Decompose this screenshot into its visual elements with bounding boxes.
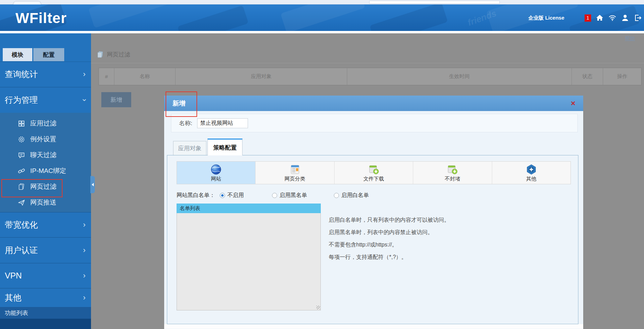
policy-tab-no-block[interactable]: 不封堵: [413, 162, 492, 184]
grid-icon: [18, 120, 25, 127]
radio-disabled[interactable]: 不启用: [220, 192, 244, 199]
other-plus-icon: [526, 164, 537, 175]
page-title-icon: [97, 51, 103, 58]
add-dialog: 新增 ✕ 名称: 应用对象 策略配置 网站: [164, 96, 583, 329]
blacklist-mode-label: 网站黑白名单：: [177, 192, 215, 199]
resize-grip[interactable]: [316, 306, 320, 309]
sidebar-item-web-push[interactable]: 网页推送: [0, 195, 91, 210]
browser-urlbar-shape: [369, 1, 500, 4]
sidebar-item-behavior-mgmt[interactable]: 行为管理 ›: [0, 87, 91, 113]
policy-panel: 网站 网页分类: [167, 155, 578, 324]
sidebar-collapse-handle[interactable]: [90, 176, 95, 193]
col-name: 名称: [114, 68, 176, 85]
no-block-icon: [447, 164, 458, 175]
app-canvas: friends WFilter 企业版 License 1 模块 配置 查询统计…: [0, 0, 644, 329]
col-index: #: [99, 68, 114, 85]
chevron-right-icon: ›: [83, 293, 86, 302]
radio-enable-blacklist[interactable]: 启用黑名单: [272, 192, 307, 199]
keyboard-art: [88, 4, 180, 28]
sidebar-item-user-auth[interactable]: 用户认证 ›: [0, 237, 91, 263]
help-tips: 启用白名单时，只有列表中的内容才可以被访问。 启用黑名单时，列表中的内容禁止被访…: [329, 214, 450, 263]
sidebar-item-query-stats[interactable]: 查询统计 ›: [0, 62, 91, 87]
home-icon[interactable]: [596, 14, 604, 22]
chevron-right-icon: ›: [83, 246, 86, 255]
policy-tab-website[interactable]: 网站: [177, 162, 256, 184]
tab-config[interactable]: 配置: [33, 48, 64, 61]
dialog-title: 新增: [172, 99, 185, 108]
tab-module[interactable]: 模块: [3, 48, 32, 61]
help-link[interactable]: 帮助: [625, 35, 635, 42]
name-input[interactable]: [197, 118, 248, 128]
user-icon[interactable]: [621, 14, 629, 22]
page-title: 网页过滤: [107, 51, 130, 58]
radio-circle[interactable]: [220, 193, 225, 198]
app-header: friends WFilter 企业版 License 1: [0, 4, 644, 31]
sidebar-item-exception-settings[interactable]: 例外设置: [0, 131, 91, 147]
dialog-footer: [164, 324, 583, 329]
policy-tab-web-category[interactable]: 网页分类: [256, 162, 334, 184]
sidebar-item-vpn[interactable]: VPN ›: [0, 263, 91, 288]
radio-circle[interactable]: [272, 193, 277, 198]
name-field-row: 名称:: [171, 114, 578, 132]
link-icon: [18, 167, 25, 175]
list-header: 名单列表: [177, 204, 321, 213]
notification-badge[interactable]: 1: [585, 14, 591, 22]
dialog-tabs: 应用对象 策略配置: [173, 139, 583, 155]
send-icon: [18, 199, 25, 206]
globe-icon: [210, 164, 222, 175]
file-download-icon: [368, 164, 380, 175]
sidebar-item-web-filter[interactable]: 网页过滤: [0, 179, 91, 195]
header-separator: [0, 31, 644, 33]
policy-tab-other[interactable]: 其他: [492, 162, 570, 184]
sidebar-item-app-filter[interactable]: 应用过滤: [0, 116, 91, 131]
divider: [91, 63, 644, 63]
license-label: 企业版 License: [528, 15, 564, 21]
logout-icon[interactable]: [634, 14, 642, 22]
records-table-header: # 名称 应用对象 生效时间 状态 操作: [99, 68, 642, 85]
close-icon[interactable]: ✕: [570, 100, 576, 107]
chevron-right-icon: ›: [83, 271, 86, 280]
webpage-category-icon: [289, 164, 301, 175]
wifi-icon[interactable]: [608, 14, 617, 22]
list-box: 名单列表: [177, 204, 321, 310]
tip-line: 启用黑名单时，列表中的内容禁止被访问。: [329, 226, 450, 239]
sidebar-item-others[interactable]: 其他 ›: [0, 288, 91, 307]
collapse-arrow-icon: [92, 183, 94, 186]
sidebar-item-ip-mac-binding[interactable]: IP-MAC绑定: [0, 163, 91, 179]
tab-policy-config[interactable]: 策略配置: [207, 139, 242, 155]
keyboard-art: [370, 4, 448, 31]
col-effective-time: 生效时间: [347, 68, 572, 85]
name-label: 名称:: [179, 119, 192, 127]
tab-apply-target[interactable]: 应用对象: [173, 141, 206, 155]
policy-type-tabs: 网站 网页分类: [177, 161, 571, 184]
header-right-cluster: 企业版 License 1: [528, 14, 642, 22]
sidebar-bottom-fill: [0, 319, 91, 329]
radio-enable-whitelist[interactable]: 启用白名单: [334, 192, 369, 199]
sidebar: 模块 配置 查询统计 › 行为管理 › 应用过滤 例外设置 聊天过滤: [0, 33, 91, 329]
col-apply-target: 应用对象: [176, 68, 347, 85]
chevron-right-icon: ›: [83, 70, 86, 79]
chevron-down-icon: ›: [80, 99, 89, 101]
col-status: 状态: [572, 68, 603, 85]
keyboard-art: [281, 4, 365, 31]
add-button-disabled[interactable]: 新增: [101, 92, 131, 107]
policy-tab-file-download[interactable]: 文件下载: [335, 162, 413, 184]
keyboard-art: [177, 5, 248, 31]
browser-strip: [0, 0, 644, 4]
tip-line: 不需要包含http://或https://。: [329, 239, 450, 251]
chevron-right-icon: ›: [83, 220, 86, 229]
list-textarea[interactable]: [177, 213, 321, 310]
sidebar-footer-feature-list[interactable]: 功能列表: [0, 307, 91, 319]
sidebar-mode-tabs: 模块 配置: [3, 48, 64, 61]
dialog-header: 新增 ✕: [164, 96, 583, 111]
tip-line: 每项一行，支持通配符（*,?）。: [329, 251, 450, 263]
sidebar-submenu: 应用过滤 例外设置 聊天过滤 IP-MAC绑定 网页过滤 网页推送: [0, 113, 91, 212]
sidebar-item-bandwidth[interactable]: 带宽优化 ›: [0, 212, 91, 237]
sidebar-item-chat-filter[interactable]: 聊天过滤: [0, 147, 91, 163]
radio-circle[interactable]: [334, 193, 339, 198]
chat-icon: [18, 152, 25, 159]
brand-logo: WFilter: [15, 10, 67, 26]
tip-line: 启用白名单时，只有列表中的内容才可以被访问。: [329, 214, 450, 226]
gear-icon: [18, 136, 25, 143]
col-actions: 操作: [603, 68, 641, 85]
